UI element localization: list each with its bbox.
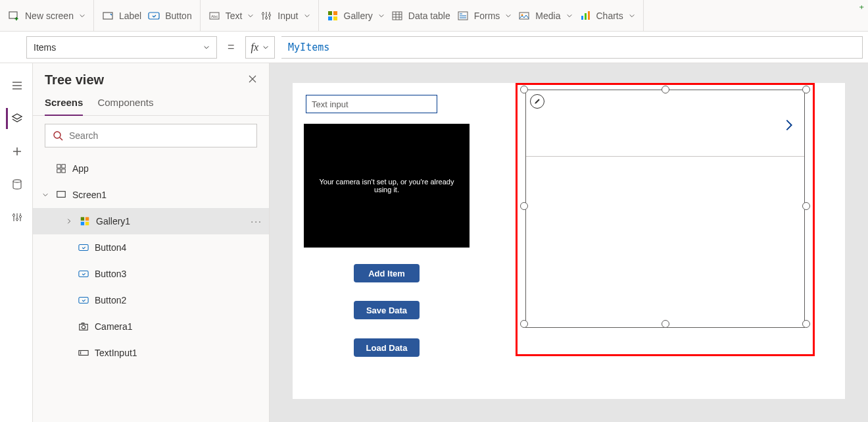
camera-icon bbox=[78, 321, 89, 332]
insert-gallery-menu[interactable]: Gallery bbox=[327, 10, 385, 22]
text-icon bbox=[208, 10, 220, 22]
property-selector[interactable]: Items bbox=[26, 36, 217, 59]
charts-icon bbox=[579, 10, 591, 22]
expand-toggle[interactable] bbox=[41, 192, 50, 198]
tree-node-camera1[interactable]: Camera1 bbox=[33, 313, 269, 340]
insert-datatable[interactable]: Data table bbox=[391, 10, 450, 22]
sliders-icon bbox=[260, 10, 272, 22]
chevron-down-icon bbox=[203, 44, 210, 51]
chevron-down-icon bbox=[79, 13, 85, 19]
resize-handle[interactable] bbox=[802, 202, 810, 210]
app-icon bbox=[55, 163, 67, 174]
canvas-save-data-button[interactable]: Save Data bbox=[354, 301, 420, 319]
equals-sign: = bbox=[224, 40, 239, 54]
tree-tabs: Screens Components bbox=[33, 92, 269, 116]
chevron-down-icon bbox=[505, 13, 512, 19]
resize-handle[interactable] bbox=[520, 202, 528, 210]
formula-input[interactable] bbox=[281, 36, 863, 59]
rail-advanced-tools[interactable] bbox=[6, 207, 27, 228]
new-screen-menu[interactable]: New screen bbox=[8, 10, 85, 22]
resize-handle[interactable] bbox=[802, 320, 810, 328]
tree-node-button2[interactable]: Button2 bbox=[33, 287, 269, 313]
tab-screens[interactable]: Screens bbox=[45, 92, 83, 116]
label-icon bbox=[102, 10, 114, 22]
chevron-down-icon bbox=[304, 13, 310, 19]
insert-button[interactable]: Button bbox=[148, 10, 191, 22]
resize-handle[interactable] bbox=[520, 320, 528, 328]
ribbon-overflow-add[interactable]: ⁺ bbox=[859, 3, 864, 15]
media-icon bbox=[518, 10, 530, 22]
chevron-down-icon bbox=[262, 44, 269, 51]
tree-search-input[interactable] bbox=[69, 130, 250, 141]
tree-view-panel: Tree view Screens Components App Screen1 bbox=[33, 63, 270, 422]
fx-button[interactable]: fx bbox=[245, 36, 276, 59]
node-more-menu[interactable]: ··· bbox=[251, 216, 262, 226]
rail-tree-view[interactable] bbox=[6, 108, 27, 129]
screen-icon bbox=[55, 190, 67, 200]
tree-node-screen1[interactable]: Screen1 bbox=[33, 182, 269, 208]
edit-template-badge[interactable] bbox=[530, 94, 544, 109]
camera-message: Your camera isn't set up, or you're alre… bbox=[314, 178, 459, 194]
chevron-down-icon bbox=[566, 13, 573, 19]
tree-node-button4[interactable]: Button4 bbox=[33, 234, 269, 261]
button-icon bbox=[78, 242, 89, 253]
gallery-icon bbox=[79, 216, 91, 226]
resize-handle[interactable] bbox=[662, 86, 669, 93]
screen-canvas[interactable]: Text input Your camera isn't set up, or … bbox=[293, 83, 845, 399]
button-icon bbox=[78, 269, 89, 279]
insert-text-menu[interactable]: Text bbox=[208, 10, 254, 22]
rail-data[interactable] bbox=[6, 174, 27, 195]
gallery-row-separator bbox=[526, 156, 804, 157]
gallery-next-icon[interactable] bbox=[782, 118, 796, 134]
resize-handle[interactable] bbox=[802, 86, 810, 93]
expand-toggle[interactable] bbox=[64, 218, 74, 224]
gallery-template-area[interactable] bbox=[525, 90, 805, 328]
tree-node-gallery1[interactable]: Gallery1 ··· bbox=[33, 208, 269, 234]
insert-input-menu[interactable]: Input bbox=[260, 10, 310, 22]
tree-node-app[interactable]: App bbox=[33, 155, 269, 182]
forms-icon bbox=[457, 10, 469, 22]
chevron-down-icon bbox=[629, 13, 635, 19]
canvas-load-data-button[interactable]: Load Data bbox=[354, 338, 420, 357]
fx-label: fx bbox=[251, 41, 259, 53]
property-name: Items bbox=[34, 42, 56, 53]
tree-node-textinput1[interactable]: TextInput1 bbox=[33, 340, 269, 366]
tree-search[interactable] bbox=[45, 124, 257, 147]
canvas-text-input[interactable]: Text input bbox=[306, 95, 437, 113]
tree-node-button3[interactable]: Button3 bbox=[33, 261, 269, 287]
chevron-down-icon bbox=[247, 13, 254, 19]
canvas-area[interactable]: Text input Your camera isn't set up, or … bbox=[270, 63, 868, 422]
data-table-icon bbox=[391, 10, 403, 22]
rail-insert[interactable] bbox=[6, 141, 27, 162]
canvas-camera[interactable]: Your camera isn't set up, or you're alre… bbox=[304, 124, 470, 248]
insert-charts-menu[interactable]: Charts bbox=[579, 10, 635, 22]
new-screen-icon bbox=[8, 10, 20, 22]
left-rail bbox=[0, 63, 33, 422]
tab-components[interactable]: Components bbox=[97, 92, 153, 115]
text-input-icon bbox=[78, 348, 89, 358]
new-screen-label: New screen bbox=[25, 11, 74, 21]
tree-list: App Screen1 Gallery1 ··· Button4 bbox=[33, 155, 269, 422]
canvas-add-item-button[interactable]: Add Item bbox=[354, 264, 420, 282]
insert-ribbon: New screen Label Button Text Input Galle… bbox=[0, 0, 868, 32]
resize-handle[interactable] bbox=[520, 86, 528, 93]
button-icon bbox=[148, 10, 160, 22]
resize-handle[interactable] bbox=[662, 320, 669, 328]
insert-forms-menu[interactable]: Forms bbox=[457, 10, 512, 22]
canvas-gallery-selection[interactable] bbox=[516, 83, 815, 356]
formula-bar: Items = fx bbox=[0, 32, 868, 63]
close-panel-button[interactable] bbox=[248, 74, 257, 86]
tree-view-title: Tree view bbox=[45, 72, 104, 88]
gallery-icon bbox=[327, 10, 339, 22]
insert-label[interactable]: Label bbox=[102, 10, 141, 22]
search-icon bbox=[52, 130, 64, 142]
chevron-down-icon bbox=[378, 13, 385, 19]
button-icon bbox=[78, 295, 89, 305]
insert-media-menu[interactable]: Media bbox=[518, 10, 572, 22]
rail-hamburger[interactable] bbox=[6, 75, 27, 96]
